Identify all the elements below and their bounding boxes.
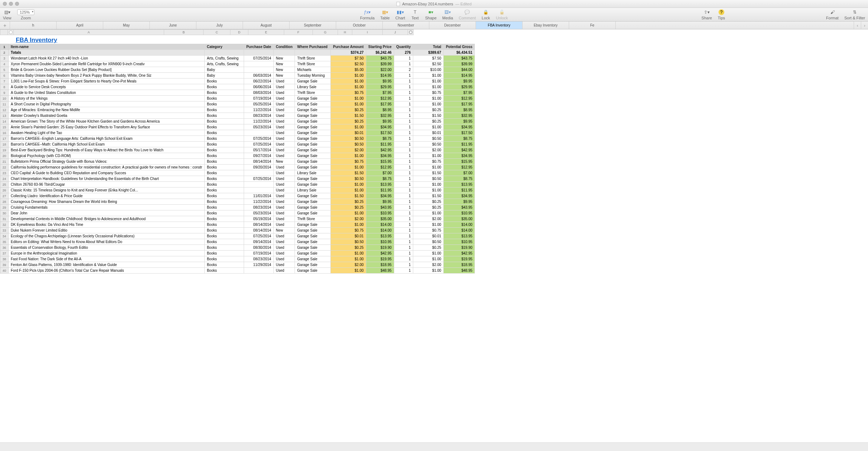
cell[interactable]: 11/01/2014 [244,193,273,199]
row-header[interactable]: 17 [0,136,9,142]
cell[interactable]: $19.90 [444,245,475,251]
cell[interactable]: Books [205,222,244,228]
cell[interactable]: 09/20/2014 [244,165,273,170]
cell[interactable]: $7.50 [331,56,366,61]
cell[interactable]: New [273,56,295,61]
sheet-tab[interactable]: May [103,22,150,29]
cell[interactable]: 1 [394,193,413,199]
cell[interactable] [244,182,273,187]
column-header[interactable]: D [230,29,248,35]
cell[interactable]: Books [205,147,244,153]
cell[interactable]: $9.95 [444,79,475,84]
cell[interactable]: $2.00 [331,262,366,268]
cell[interactable]: Books [205,182,244,187]
data-table[interactable]: 1Item-nameCategoryPurchase DateCondition… [0,44,475,274]
cell[interactable]: $1.00 [331,79,366,84]
cell[interactable]: Ford F-150 Pick-Ups 2004-06 (Chilton's T… [9,268,205,274]
cell[interactable]: $1.50 [331,113,366,119]
cell[interactable]: $0.50 [413,136,444,142]
cell[interactable]: Books [205,159,244,165]
cell[interactable]: 06/06/2014 [244,84,273,90]
cell[interactable]: 1,001 Low-Fat Soups & Stews: From Elegan… [9,79,205,84]
cell[interactable]: $8.75 [366,136,394,142]
cell[interactable]: Books [205,193,244,199]
cell[interactable]: $2.00 [331,216,366,222]
table-row[interactable]: 14American Grown: The Story of the White… [0,119,475,124]
cell[interactable]: Garage Sale [295,119,331,124]
cell[interactable]: $34.95 [444,193,475,199]
cell[interactable]: Garage Sale [295,79,331,84]
column-header[interactable]: B [164,29,204,35]
cell[interactable]: New [273,61,295,67]
cell[interactable]: Baby [205,67,244,73]
cell[interactable]: Garage Sale [295,165,331,170]
sheet-tab[interactable]: October [336,22,383,29]
row-header[interactable]: 6 [0,73,9,79]
cell[interactable]: Item-name [9,44,205,50]
cell[interactable]: Developmental Contexts in Middle Childho… [9,216,205,222]
table-row[interactable]: 17Barron's CAHSEE--English Language Arts… [0,136,475,142]
cell[interactable]: $2.00 [413,216,444,222]
row-header[interactable]: 35 [0,239,9,245]
table-row[interactable]: 12Age of Miracles: Embracing the New Mid… [0,107,475,113]
spreadsheet-area[interactable]: ABCDEFGHIJ FBA Inventory 1Item-nameCateg… [0,29,868,442]
cell[interactable]: 1 [394,56,413,61]
cell[interactable]: 1 [394,79,413,84]
cell[interactable]: 1 [394,239,413,245]
cell[interactable]: Used [273,187,295,193]
cell[interactable]: 07/25/2014 [244,176,273,182]
cell[interactable]: $42.95 [366,147,394,153]
table-row[interactable]: 29Cruising FundamentalsBooks08/23/2014Us… [0,205,475,210]
cell[interactable]: 1 [394,136,413,142]
cell[interactable]: 06/03/2014 [244,73,273,79]
minimize-window-icon[interactable] [9,2,13,6]
column-header[interactable]: A [14,29,164,35]
cell[interactable] [244,130,273,136]
cell[interactable]: $1.00 [413,222,444,228]
row-header[interactable]: 10 [0,96,9,101]
cell[interactable]: 1 [394,170,413,176]
cell[interactable]: Books [205,176,244,182]
cell[interactable]: $0.01 [413,233,444,239]
cell[interactable]: $35.00 [444,216,475,222]
cell[interactable]: $0.75 [331,90,366,96]
shape-button[interactable]: ■▾Shape [425,9,437,20]
cell[interactable]: Garage Sale [295,101,331,107]
cell[interactable]: Used [273,268,295,274]
cell[interactable]: Chilton 26760 83-96 Tbird/Cougar [9,182,205,187]
cell[interactable]: $13.95 [444,233,475,239]
cell[interactable]: $42.95 [444,251,475,256]
cell[interactable]: 1 [394,199,413,205]
cell[interactable]: 1 [394,142,413,147]
cell[interactable]: 08/14/2014 [244,222,273,228]
cell[interactable]: 08/23/2014 [244,113,273,119]
cell[interactable]: Used [273,170,295,176]
cell[interactable]: Books [205,205,244,210]
cell[interactable]: $48.95 [366,268,394,274]
cell[interactable]: $1.00 [413,251,444,256]
media-button[interactable]: 🖼▾Media [442,9,453,20]
cell[interactable]: 1 [394,228,413,233]
table-row[interactable]: 19Best-Ever Backyard Birding Tips: Hundr… [0,147,475,153]
cell[interactable]: Thrift Store [295,56,331,61]
cell[interactable]: $1.00 [331,251,366,256]
cell[interactable]: $35.00 [366,216,394,222]
column-header[interactable]: C [204,29,230,35]
cell[interactable]: 07/19/2014 [244,251,273,256]
row-header[interactable]: 8 [0,84,9,90]
cell[interactable]: Used [273,101,295,107]
cell[interactable]: 05/23/2014 [244,210,273,216]
cell[interactable]: Used [273,176,295,182]
cell[interactable]: 06/22/2014 [244,79,273,84]
cell[interactable]: $13.95 [366,182,394,187]
chart-button[interactable]: ▮▮▾Chart [395,9,405,20]
sheet-tab[interactable]: September [290,22,336,29]
cell[interactable]: $1.50 [413,193,444,199]
cell[interactable]: Books [205,216,244,222]
cell[interactable]: Garage Sale [295,130,331,136]
cell[interactable]: Bride & Groom Love Duckies Rubber Ducks … [9,67,205,73]
cell[interactable]: 08/23/2014 [244,256,273,262]
text-button[interactable]: TText [411,9,419,20]
cell[interactable]: $17.95 [444,101,475,107]
cell[interactable]: $11.95 [366,142,394,147]
